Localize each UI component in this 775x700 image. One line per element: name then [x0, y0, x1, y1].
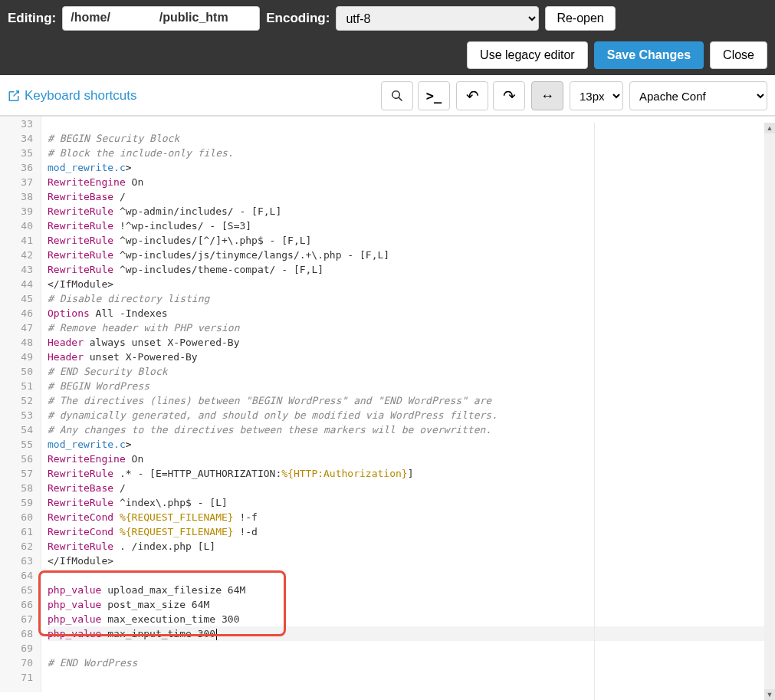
- undo-button[interactable]: ↶: [456, 81, 488, 110]
- reopen-button[interactable]: Re-open: [545, 6, 615, 31]
- vertical-scrollbar[interactable]: ▲ ▼: [764, 123, 775, 700]
- print-margin: [594, 123, 595, 700]
- scroll-down-icon[interactable]: ▼: [764, 689, 775, 700]
- legacy-editor-button[interactable]: Use legacy editor: [467, 41, 588, 69]
- wrap-button[interactable]: ↔: [531, 81, 563, 110]
- redo-icon: ↷: [503, 87, 516, 105]
- scroll-up-icon[interactable]: ▲: [764, 123, 775, 133]
- syntax-mode-select[interactable]: Apache Conf: [629, 81, 767, 110]
- encoding-label: Encoding:: [266, 11, 330, 26]
- editor-area[interactable]: 3334353637383940414243444546474849505152…: [0, 116, 775, 692]
- search-button[interactable]: [381, 81, 413, 110]
- header-bar: Editing: /home//public_htm Encoding: utf…: [0, 0, 775, 75]
- console-icon: >_: [426, 88, 442, 104]
- close-button[interactable]: Close: [710, 41, 767, 69]
- font-size-select[interactable]: 13px: [570, 81, 623, 110]
- search-icon: [391, 90, 403, 102]
- external-link-icon: [8, 90, 20, 102]
- undo-icon: ↶: [466, 87, 479, 105]
- editing-label: Editing:: [8, 11, 56, 26]
- console-button[interactable]: >_: [418, 81, 450, 110]
- file-path-input[interactable]: /home//public_htm: [62, 6, 260, 31]
- wrap-icon: ↔: [540, 88, 554, 104]
- redo-button[interactable]: ↷: [493, 81, 525, 110]
- line-gutter: 3334353637383940414243444546474849505152…: [0, 117, 41, 692]
- save-button[interactable]: Save Changes: [594, 41, 704, 69]
- encoding-select[interactable]: utf-8: [336, 6, 539, 31]
- keyboard-shortcuts-link[interactable]: Keyboard shortcuts: [8, 88, 136, 104]
- editor-toolbar: Keyboard shortcuts >_ ↶ ↷ ↔ 13px Apache …: [0, 75, 775, 116]
- code-content[interactable]: # BEGIN Security Block# Block the includ…: [41, 117, 775, 692]
